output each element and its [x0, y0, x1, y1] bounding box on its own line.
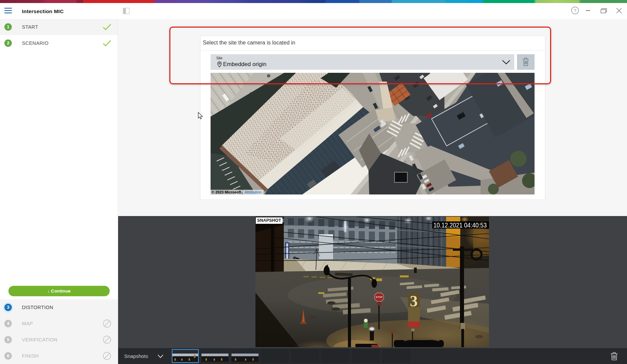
svg-text:STOP: STOP [376, 296, 382, 299]
svg-text:3: 3 [410, 293, 418, 310]
svg-text:?: ? [574, 8, 576, 13]
